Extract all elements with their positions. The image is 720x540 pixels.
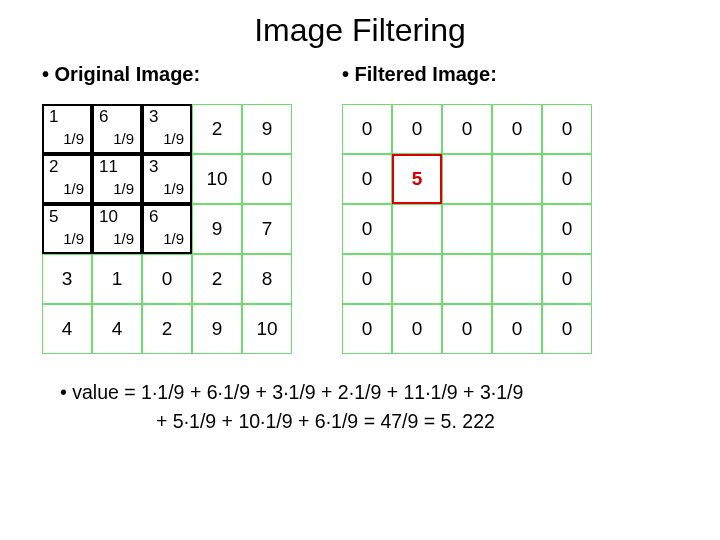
orig-cell: 1 [42, 104, 92, 154]
orig-value: 3 [149, 107, 158, 127]
orig-value: 11 [99, 157, 118, 177]
orig-cell: 4 [42, 304, 92, 354]
orig-cell: 7 [242, 204, 292, 254]
orig-value: 10 [99, 207, 118, 227]
orig-cell: 2 [192, 104, 242, 154]
orig-cell: 3 [42, 254, 92, 304]
orig-cell: 3 [142, 104, 192, 154]
orig-cell: 10 [192, 154, 242, 204]
filtered-column: • Filtered Image: 00000050000000000 [342, 63, 592, 354]
filt-cell: 0 [392, 304, 442, 354]
filt-cell: 5 [392, 154, 442, 204]
filt-cell: 0 [492, 104, 542, 154]
orig-cell: 3 [142, 154, 192, 204]
filt-cell [392, 254, 442, 304]
orig-cell: 8 [242, 254, 292, 304]
original-column: • Original Image: 1632921131005106973102… [42, 63, 292, 354]
filt-cell: 0 [342, 104, 392, 154]
filt-cell [442, 154, 492, 204]
orig-cell: 9 [192, 304, 242, 354]
orig-cell: 9 [192, 204, 242, 254]
filt-cell [442, 254, 492, 304]
filt-cell: 0 [542, 204, 592, 254]
orig-value: 5 [49, 207, 58, 227]
filt-cell: 0 [442, 104, 492, 154]
filt-cell: 0 [342, 254, 392, 304]
orig-cell: 6 [142, 204, 192, 254]
orig-cell: 10 [92, 204, 142, 254]
orig-value: 6 [99, 107, 108, 127]
orig-value: 1 [49, 107, 58, 127]
filtered-grid: 00000050000000000 [342, 104, 592, 354]
orig-value: 6 [149, 207, 158, 227]
orig-cell: 6 [92, 104, 142, 154]
orig-cell: 2 [42, 154, 92, 204]
filt-cell [492, 254, 542, 304]
orig-cell: 0 [142, 254, 192, 304]
orig-cell: 2 [142, 304, 192, 354]
filt-cell: 0 [392, 104, 442, 154]
original-label: • Original Image: [42, 63, 292, 86]
filt-cell: 0 [492, 304, 542, 354]
filt-cell [442, 204, 492, 254]
original-grid: 163292113100510697310284429101/91/91/91/… [42, 104, 292, 354]
filt-cell: 0 [542, 104, 592, 154]
orig-cell: 4 [92, 304, 142, 354]
filt-cell: 0 [542, 304, 592, 354]
filt-cell: 0 [542, 254, 592, 304]
orig-cell: 5 [42, 204, 92, 254]
filt-cell [492, 204, 542, 254]
orig-value: 2 [49, 157, 58, 177]
orig-value: 3 [149, 157, 158, 177]
filt-cell: 0 [542, 154, 592, 204]
page-title: Image Filtering [24, 12, 696, 49]
filt-cell: 0 [342, 304, 392, 354]
filt-cell [492, 154, 542, 204]
orig-cell: 1 [92, 254, 142, 304]
orig-cell: 11 [92, 154, 142, 204]
calculation-text: • value = 1·1/9 + 6·1/9 + 3·1/9 + 2·1/9 … [60, 378, 660, 437]
filt-cell: 0 [442, 304, 492, 354]
orig-cell: 9 [242, 104, 292, 154]
filt-cell: 0 [342, 154, 392, 204]
orig-cell: 2 [192, 254, 242, 304]
filtered-label: • Filtered Image: [342, 63, 592, 86]
orig-cell: 0 [242, 154, 292, 204]
filt-cell: 0 [342, 204, 392, 254]
filt-cell [392, 204, 442, 254]
orig-cell: 10 [242, 304, 292, 354]
